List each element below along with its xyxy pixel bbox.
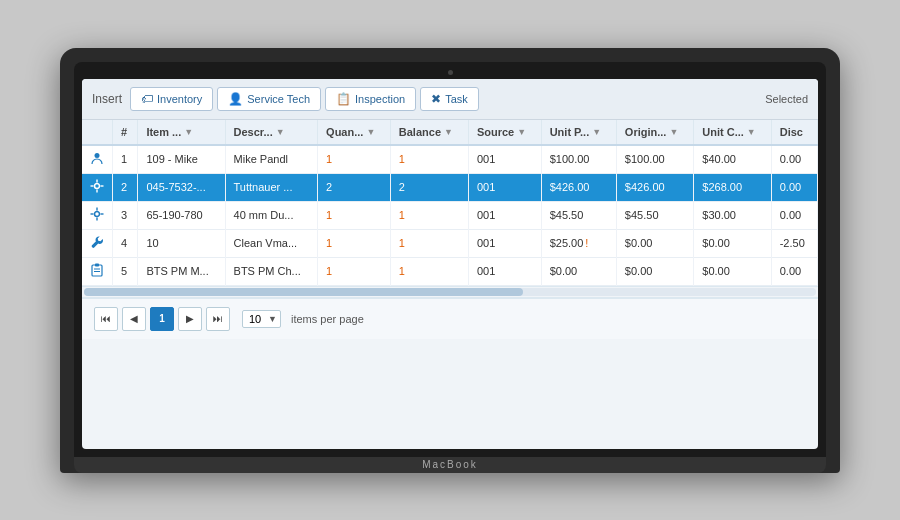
col-desc-label: Descr... — [234, 126, 273, 138]
col-item-sort: ▼ — [184, 127, 193, 137]
row-balance: 1 — [390, 229, 468, 257]
tab-inspection[interactable]: 📋 Inspection — [325, 87, 416, 111]
per-page-select[interactable]: 10 25 50 — [242, 310, 281, 328]
svg-point-1 — [95, 183, 100, 188]
col-unitc-sort: ▼ — [747, 127, 756, 137]
row-origin: $0.00 — [616, 257, 693, 285]
row-disc: -2.50 — [771, 229, 817, 257]
tab-service-tech-label: Service Tech — [247, 93, 310, 105]
table-row[interactable]: 4 10 Clean Vma... 1 1 001 $25.00! $0.00 … — [82, 229, 818, 257]
row-source: 001 — [468, 145, 541, 174]
row-quan: 1 — [318, 257, 391, 285]
svg-rect-2 — [96, 179, 97, 182]
toolbar: Insert 🏷 Inventory 👤 Service Tech 📋 Insp… — [82, 79, 818, 120]
tab-service-tech[interactable]: 👤 Service Tech — [217, 87, 321, 111]
next-page-button[interactable]: ▶ — [178, 307, 202, 331]
col-balance[interactable]: Balance ▼ — [390, 120, 468, 145]
svg-rect-10 — [101, 213, 104, 214]
table-row[interactable]: 5 BTS PM M... BTS PM Ch... 1 1 001 $0.00… — [82, 257, 818, 285]
row-source: 001 — [468, 257, 541, 285]
row-num: 1 — [113, 145, 138, 174]
col-balance-label: Balance — [399, 126, 441, 138]
row-desc: Tuttnauer ... — [225, 173, 318, 201]
row-num: 4 — [113, 229, 138, 257]
col-source[interactable]: Source ▼ — [468, 120, 541, 145]
current-page-button[interactable]: 1 — [150, 307, 174, 331]
row-item: 10 — [138, 229, 225, 257]
row-origin: $45.50 — [616, 201, 693, 229]
col-desc[interactable]: Descr... ▼ — [225, 120, 318, 145]
row-balance: 1 — [390, 257, 468, 285]
per-page-wrapper[interactable]: 10 25 50 ▼ — [242, 310, 281, 328]
row-source: 001 — [468, 229, 541, 257]
tab-task[interactable]: ✖ Task — [420, 87, 479, 111]
tab-inventory[interactable]: 🏷 Inventory — [130, 87, 213, 111]
col-source-label: Source — [477, 126, 514, 138]
row-num: 5 — [113, 257, 138, 285]
row-desc: Mike Pandl — [225, 145, 318, 174]
row-item: 045-7532-... — [138, 173, 225, 201]
row-disc: 0.00 — [771, 145, 817, 174]
warning-icon: ! — [585, 237, 588, 249]
col-origin-label: Origin... — [625, 126, 667, 138]
scrollbar-thumb — [84, 288, 523, 296]
row-unit-cost: $0.00 — [694, 257, 771, 285]
svg-rect-12 — [95, 263, 99, 266]
row-unit-cost: $0.00 — [694, 229, 771, 257]
svg-rect-5 — [101, 185, 104, 186]
row-quan: 1 — [318, 229, 391, 257]
row-desc: BTS PM Ch... — [225, 257, 318, 285]
svg-point-6 — [95, 211, 100, 216]
table-header-row: # Item ... ▼ Descr — [82, 120, 818, 145]
inventory-icon: 🏷 — [141, 92, 153, 106]
col-source-sort: ▼ — [517, 127, 526, 137]
row-origin: $100.00 — [616, 145, 693, 174]
row-balance: 1 — [390, 145, 468, 174]
row-source: 001 — [468, 201, 541, 229]
svg-rect-7 — [96, 207, 97, 210]
last-page-button[interactable]: ⏭ — [206, 307, 230, 331]
col-item-label: Item ... — [146, 126, 181, 138]
col-num[interactable]: # — [113, 120, 138, 145]
table-row[interactable]: 3 65-190-780 40 mm Du... 1 1 001 $45.50 … — [82, 201, 818, 229]
horizontal-scrollbar[interactable] — [82, 286, 818, 298]
svg-rect-3 — [96, 189, 97, 192]
row-item: 109 - Mike — [138, 145, 225, 174]
col-disc[interactable]: Disc — [771, 120, 817, 145]
pagination-bar: ⏮ ◀ 1 ▶ ⏭ 10 25 50 ▼ items per page — [82, 298, 818, 339]
selected-label: Selected — [765, 93, 808, 105]
row-balance: 1 — [390, 201, 468, 229]
row-icon-cell — [82, 201, 113, 229]
row-balance: 2 — [390, 173, 468, 201]
col-origin[interactable]: Origin... ▼ — [616, 120, 693, 145]
svg-rect-4 — [91, 185, 94, 186]
items-per-page-label: items per page — [291, 313, 364, 325]
col-unitc[interactable]: Unit C... ▼ — [694, 120, 771, 145]
task-icon: ✖ — [431, 92, 441, 106]
row-unit-price: $45.50 — [541, 201, 616, 229]
row-num: 3 — [113, 201, 138, 229]
svg-rect-9 — [91, 213, 94, 214]
table-body: 1 109 - Mike Mike Pandl 1 1 001 $100.00 … — [82, 145, 818, 286]
first-page-button[interactable]: ⏮ — [94, 307, 118, 331]
col-item[interactable]: Item ... ▼ — [138, 120, 225, 145]
col-unitp[interactable]: Unit P... ▼ — [541, 120, 616, 145]
row-origin: $426.00 — [616, 173, 693, 201]
row-icon-cell — [82, 173, 113, 201]
row-desc: 40 mm Du... — [225, 201, 318, 229]
table-row[interactable]: 1 109 - Mike Mike Pandl 1 1 001 $100.00 … — [82, 145, 818, 174]
col-quan-sort: ▼ — [366, 127, 375, 137]
col-icon — [82, 120, 113, 145]
table-row[interactable]: 2 045-7532-... Tuttnauer ... 2 2 001 $42… — [82, 173, 818, 201]
row-icon-cell — [82, 257, 113, 285]
prev-page-button[interactable]: ◀ — [122, 307, 146, 331]
col-quan[interactable]: Quan... ▼ — [318, 120, 391, 145]
row-disc: 0.00 — [771, 201, 817, 229]
row-disc: 0.00 — [771, 173, 817, 201]
svg-point-0 — [95, 153, 100, 158]
insert-label: Insert — [92, 92, 122, 106]
svg-rect-8 — [96, 217, 97, 220]
row-num: 2 — [113, 173, 138, 201]
data-table-container: # Item ... ▼ Descr — [82, 120, 818, 286]
row-disc: 0.00 — [771, 257, 817, 285]
